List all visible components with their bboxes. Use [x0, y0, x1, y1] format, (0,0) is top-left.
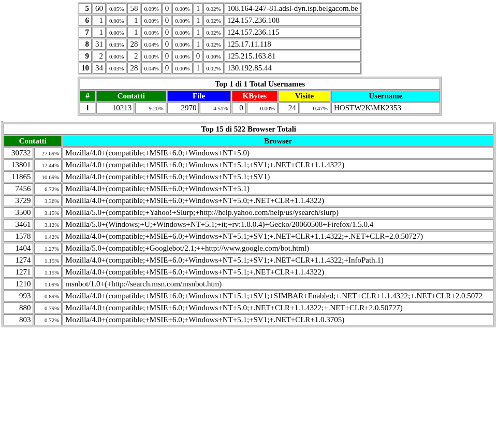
browser-row: 9930.89%Mozilla/4.0+(compatible;+MSIE+6.… — [4, 291, 493, 301]
browser-row: 14041.27%Mozilla/5.0+(compatible;+Google… — [4, 243, 493, 254]
site-row: 710.00%10.00%00.00%10.02%124.157.236.115 — [79, 27, 361, 38]
browser-row: 12711.15%Mozilla/4.0+(compatible;+MSIE+6… — [4, 267, 493, 278]
sites-table: 5600.05%580.09%00.00%10.02%108.164-247-8… — [78, 2, 362, 75]
browser-row: 1186510.69%Mozilla/4.0+(compatible;+MSIE… — [4, 171, 493, 182]
hdr-username: Username — [331, 91, 440, 102]
hdr-contatti-b: Contatti — [4, 136, 62, 147]
hdr-browser: Browser — [63, 136, 493, 147]
hdr-rank: # — [80, 91, 95, 102]
site-row: 8310.03%280.04%00.00%10.02%125.17.11.118 — [79, 39, 361, 50]
hdr-contatti: Contatti — [96, 91, 166, 102]
browser-row: 8030.72%Mozilla/4.0+(compatible;+MSIE+6.… — [4, 314, 493, 325]
browser-row: 8800.79%Mozilla/4.0+(compatible;+MSIE+6.… — [4, 302, 493, 313]
browser-row: 37293.36%Mozilla/4.0+(compatible;+MSIE+6… — [4, 195, 493, 206]
browsers-table: Top 15 di 522 Browser Totali Contatti Br… — [3, 123, 494, 326]
usernames-title: Top 1 di 1 Total Usernames — [80, 79, 440, 90]
site-row: 610.00%10.00%00.00%10.02%124.157.236.108 — [79, 15, 361, 26]
hdr-file: File — [167, 91, 231, 102]
browser-row: 3073227.69%Mozilla/4.0+(compatible;+MSIE… — [4, 148, 493, 158]
browser-row: 1380112.44%Mozilla/4.0+(compatible;+MSIE… — [4, 160, 493, 170]
hdr-visite: Visite — [279, 91, 330, 102]
username-row: 1102139.20%29704.51%00.00%240.47%HOSTW2K… — [80, 103, 440, 113]
browser-row: 34613.12%Mozilla/5.0+(Windows;+U;+Window… — [4, 219, 493, 230]
browsers-title: Top 15 di 522 Browser Totali — [4, 124, 493, 135]
browser-row: 74566.72%Mozilla/4.0+(compatible;+MSIE+6… — [4, 183, 493, 194]
browser-row: 35003.15%Mozilla/5.0+(compatible;+Yahoo!… — [4, 207, 493, 218]
site-row: 10340.03%280.04%00.00%10.02%130.192.85.4… — [79, 63, 361, 74]
browser-row: 12741.15%Mozilla/4.0+(compatible;+MSIE+6… — [4, 255, 493, 266]
site-row: 5600.05%580.09%00.00%10.02%108.164-247-8… — [79, 3, 361, 14]
hdr-kbytes: KBytes — [232, 91, 277, 102]
browser-row: 15781.42%Mozilla/4.0+(compatible;+MSIE+6… — [4, 231, 493, 242]
site-row: 920.00%20.00%00.00%00.00%125.215.163.81 — [79, 51, 361, 62]
browser-row: 12101.09%msnbot/1.0+(+http://search.msn.… — [4, 279, 493, 290]
usernames-table: Top 1 di 1 Total Usernames # Contatti Fi… — [79, 78, 441, 114]
